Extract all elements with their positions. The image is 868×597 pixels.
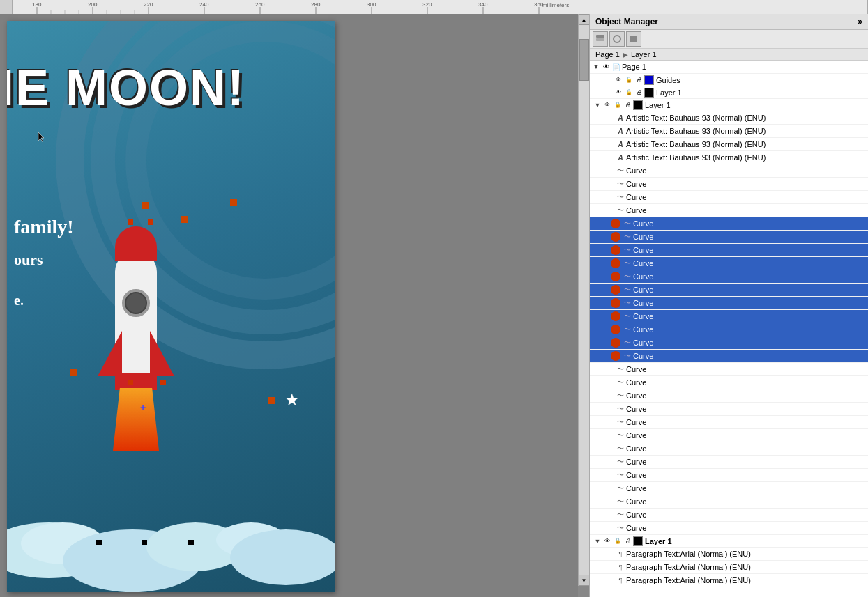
curve3-label: Curve [626, 193, 646, 201]
cursor-indicator [38, 132, 47, 141]
curve12-label: Curve [633, 312, 653, 320]
tree-item-layer1-top[interactable]: 👁 🔒 🖨 Layer 1 [590, 86, 868, 99]
tree-item-curve5[interactable]: 〜 Curve [590, 217, 868, 231]
l1m-eye-icon[interactable]: 👁 [602, 100, 612, 110]
curve-icon-6: 〜 [622, 231, 633, 242]
tree-item-curve9[interactable]: 〜 Curve [590, 270, 868, 284]
layer-view-btn[interactable] [593, 31, 608, 47]
breadcrumb-page[interactable]: Page 1 [595, 50, 620, 59]
scroll-down-button[interactable]: ▼ [579, 575, 590, 586]
poster-title: IE MOON! [7, 63, 245, 113]
tree-item-curve28[interactable]: 〜 Curve [590, 522, 868, 535]
tree-item-artistic3[interactable]: A Artistic Text: Bauhaus 93 (Normal) (EN… [590, 138, 868, 151]
curve2-label: Curve [626, 180, 646, 188]
tree-item-layer1-main[interactable]: ▼ 👁 🔒 🖨 Layer 1 [590, 99, 868, 111]
curve-icon-5: 〜 [622, 218, 633, 229]
tree-item-para3[interactable]: ¶ Paragraph Text:Arial (Normal) (ENU) [590, 574, 868, 587]
canvas-vertical-scrollbar[interactable]: ▲ ▼ [578, 14, 589, 586]
object-tree[interactable]: ▼ 👁 📄 Page 1 👁 🔒 🖨 Guides [590, 61, 868, 597]
tree-item-curve25[interactable]: 〜 Curve [590, 482, 868, 495]
l1b-print-icon[interactable]: 🖨 [623, 536, 633, 546]
curve27-label: Curve [626, 511, 646, 519]
tree-item-curve21[interactable]: 〜 Curve [590, 429, 868, 442]
tree-item-curve14[interactable]: 〜 Curve [590, 336, 868, 350]
tree-item-curve20[interactable]: 〜 Curve [590, 416, 868, 429]
layer1main-label: Layer 1 [645, 101, 671, 109]
para2-label: Paragraph Text:Arial (Normal) (ENU) [626, 563, 751, 571]
tree-item-curve11[interactable]: 〜 Curve [590, 297, 868, 310]
layer1top-color-box [644, 88, 654, 98]
tree-item-layer1-b[interactable]: ▼ 👁 🔒 🖨 Layer 1 [590, 535, 868, 548]
tree-item-artistic2[interactable]: A Artistic Text: Bauhaus 93 (Normal) (EN… [590, 125, 868, 138]
l1b-lock-icon[interactable]: 🔒 [613, 536, 623, 546]
sel-handle-b3 [188, 540, 194, 545]
svg-rect-31 [630, 40, 637, 42]
l1m-print-icon[interactable]: 🖨 [623, 100, 633, 110]
tree-item-curve17[interactable]: 〜 Curve [590, 376, 868, 389]
tree-item-para1[interactable]: ¶ Paragraph Text:Arial (Normal) (ENU) [590, 548, 868, 561]
tree-item-curve12[interactable]: 〜 Curve [590, 310, 868, 323]
l1b-eye-icon[interactable]: 👁 [602, 536, 612, 546]
tree-item-artistic4[interactable]: A Artistic Text: Bauhaus 93 (Normal) (EN… [590, 151, 868, 164]
tree-item-curve10[interactable]: 〜 Curve [590, 284, 868, 297]
marker-2 [181, 216, 188, 223]
tree-item-para2[interactable]: ¶ Paragraph Text:Arial (Normal) (ENU) [590, 561, 868, 574]
scroll-thumb-vertical[interactable] [579, 39, 589, 81]
eye-icon[interactable]: 👁 [601, 62, 611, 72]
tree-item-curve27[interactable]: 〜 Curve [590, 509, 868, 522]
curve13-label: Curve [633, 325, 653, 334]
selected-dot-13 [611, 325, 620, 334]
tree-item-page1[interactable]: ▼ 👁 📄 Page 1 [590, 61, 868, 74]
tree-item-curve7[interactable]: 〜 Curve [590, 244, 868, 257]
guides-print-icon[interactable]: 🖨 [634, 75, 644, 85]
curve-icon-16: 〜 [615, 364, 626, 375]
options-btn[interactable] [626, 31, 641, 47]
rocket-window [122, 289, 150, 317]
canvas-area[interactable]: IE MOON! family! ours e. [0, 14, 589, 597]
guides-lock-icon[interactable]: 🔒 [624, 75, 634, 85]
rocket-window-inner [126, 293, 146, 313]
tree-item-curve3[interactable]: 〜 Curve [590, 191, 868, 204]
layer1b-color-box [633, 536, 643, 546]
curve-icon-22: 〜 [615, 443, 626, 454]
object-view-btn[interactable] [609, 31, 625, 47]
tree-item-curve19[interactable]: 〜 Curve [590, 403, 868, 416]
l1-eye-icon[interactable]: 👁 [614, 88, 623, 98]
object-manager-header: Object Manager » [590, 14, 868, 30]
sel-handle-b1 [96, 540, 102, 545]
l1-lock-icon[interactable]: 🔒 [624, 88, 634, 98]
l1-print-icon[interactable]: 🖨 [634, 88, 644, 98]
tree-item-curve15[interactable]: 〜 Curve [590, 350, 868, 363]
breadcrumb-layer[interactable]: Layer 1 [631, 50, 657, 59]
curve-icon-20: 〜 [615, 417, 626, 428]
rocket-base [115, 373, 157, 390]
tree-item-curve2[interactable]: 〜 Curve [590, 178, 868, 191]
tree-item-curve18[interactable]: 〜 Curve [590, 389, 868, 403]
tree-item-curve6[interactable]: 〜 Curve [590, 231, 868, 244]
tree-item-curve1[interactable]: 〜 Curve [590, 164, 868, 178]
panel-expand-btn[interactable]: » [858, 17, 862, 26]
l1m-lock-icon[interactable]: 🔒 [613, 100, 623, 110]
tree-item-curve16[interactable]: 〜 Curve [590, 363, 868, 376]
curve28-label: Curve [626, 524, 646, 532]
tree-item-artistic1[interactable]: A Artistic Text: Bauhaus 93 (Normal) (EN… [590, 111, 868, 125]
tree-item-curve26[interactable]: 〜 Curve [590, 495, 868, 509]
expand-layer1b[interactable]: ▼ [593, 536, 602, 546]
tree-item-curve4[interactable]: 〜 Curve [590, 204, 868, 217]
guides-eye-icon[interactable]: 👁 [614, 75, 623, 85]
curve-icon-13: 〜 [622, 324, 633, 335]
horizontal-ruler: millimeters 180 200 220 240 260 280 300 … [13, 0, 868, 14]
scroll-track-vertical[interactable] [579, 25, 589, 575]
tree-item-guides[interactable]: 👁 🔒 🖨 Guides [590, 74, 868, 86]
curve-icon-21: 〜 [615, 430, 626, 441]
tree-item-curve22[interactable]: 〜 Curve [590, 442, 868, 456]
curve20-label: Curve [626, 418, 646, 426]
curve18-label: Curve [626, 391, 646, 400]
expand-layer1[interactable]: ▼ [593, 100, 602, 110]
tree-item-curve13[interactable]: 〜 Curve [590, 323, 868, 336]
tree-item-curve23[interactable]: 〜 Curve [590, 456, 868, 469]
scroll-up-button[interactable]: ▲ [579, 14, 590, 25]
tree-item-curve24[interactable]: 〜 Curve [590, 469, 868, 482]
expand-page1[interactable]: ▼ [591, 62, 601, 72]
tree-item-curve8[interactable]: 〜 Curve [590, 257, 868, 270]
